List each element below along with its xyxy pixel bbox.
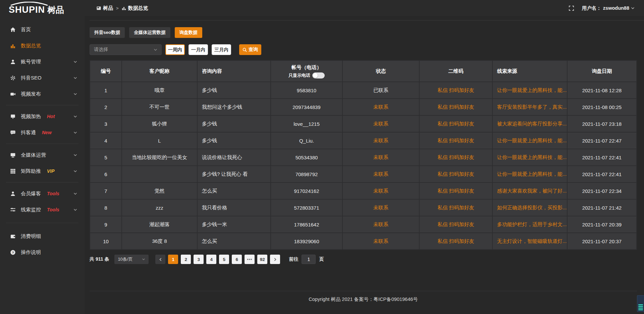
tools-badge: Tools	[47, 191, 59, 196]
status-badge: 未联系	[342, 149, 419, 166]
qrcode-links[interactable]: 私信 扫码加好友	[419, 216, 492, 233]
cell-nickname: 不可一世	[122, 99, 197, 115]
source-link[interactable]: 如何正确选择投影仪，买投影...	[492, 199, 567, 216]
main-content: 抖音seo数据 全媒体运营数据 询盘数据 请选择 一周内 一月内 三月内 查询	[85, 16, 644, 314]
col-nickname: 客户昵称	[122, 60, 197, 82]
goto-page-input[interactable]	[302, 255, 316, 264]
sidebar-item-douketong[interactable]: 抖客通 New	[0, 124, 85, 141]
cell-nickname: L	[122, 132, 197, 149]
goto-label: 前往	[289, 256, 298, 262]
fullscreen-icon[interactable]	[569, 6, 574, 11]
cell-no: 8	[90, 199, 122, 216]
page-button-1[interactable]: 1	[168, 255, 178, 264]
qrcode-links[interactable]: 私信 扫码加好友	[419, 115, 492, 132]
logo-area: SHUPIN 树品	[0, 0, 85, 16]
table-row: 4 L 多少钱 Q_Liu. 未联系 私信 扫码加好友 让你一眼就爱上的黑科技，…	[90, 132, 637, 149]
sidebar-item-douyin-seo[interactable]: 抖音SEO	[0, 70, 85, 86]
brand-logo[interactable]: SHUPIN 树品	[9, 2, 64, 14]
prev-page-button[interactable]	[155, 255, 165, 264]
sidebar-item-data-overview[interactable]: 数据总览	[0, 38, 85, 54]
source-link[interactable]: 让你一眼就爱上的黑科技，能...	[492, 82, 567, 99]
chat-bubble-icon	[10, 130, 16, 136]
sidebar-item-video-heat[interactable]: 视频加热 Hot	[0, 108, 85, 124]
user-menu[interactable]: 用户名： zswodun88	[582, 5, 635, 11]
source-link[interactable]: 让你一眼就爱上的黑科技，能...	[492, 166, 567, 182]
sidebar-item-matrix-boost[interactable]: 矩阵助推 VIP	[0, 163, 85, 179]
cell-nickname: 潮起潮落	[122, 216, 197, 233]
copyright-text: Copyright 树品 2021 备案号：粤ICP备09019646号	[309, 297, 418, 302]
breadcrumb-separator: >	[116, 6, 119, 11]
source-link[interactable]: 让你一眼就爱上的黑科技，能...	[492, 132, 567, 149]
next-page-button[interactable]	[270, 255, 280, 264]
sidebar-divider	[6, 105, 78, 105]
range-month-button[interactable]: 一月内	[189, 44, 208, 55]
source-link[interactable]: 被大家追着问的客厅投影分享...	[492, 115, 567, 132]
source-link[interactable]: 无主灯设计，智能磁吸轨道灯...	[492, 233, 567, 250]
source-link[interactable]: 多功能护栏灯，适用于乡村文...	[492, 216, 567, 233]
sidebar-item-member-burst[interactable]: 会员爆客 Tools	[0, 186, 85, 202]
page-size-select[interactable]: 10条/页	[114, 255, 149, 264]
page-button-6[interactable]: 6	[232, 255, 242, 264]
qrcode-links[interactable]: 私信 扫码加好友	[419, 149, 492, 166]
qrcode-links[interactable]: 私信 扫码加好友	[419, 233, 492, 250]
page-button-5[interactable]: 5	[219, 255, 229, 264]
cell-account: 2097344839	[271, 99, 342, 115]
sidebar-item-label: 抖客通	[21, 129, 36, 136]
breadcrumb-home[interactable]: 树品	[97, 5, 113, 11]
qrcode-links[interactable]: 私信 扫码加好友	[419, 82, 492, 99]
table-row: 6 多少钱? 让我死心 看 70898792 未联系 私信 扫码加好友 让你一眼…	[90, 166, 637, 182]
logo-text-en: SHUPIN	[9, 5, 45, 14]
status-badge: 未联系	[342, 99, 419, 115]
chevron-down-icon	[73, 93, 77, 95]
logo-text-cn: 树品	[47, 5, 64, 14]
topbar-right: 用户名： zswodun88	[569, 5, 635, 11]
wallet-icon	[10, 233, 16, 239]
range-week-button[interactable]: 一周内	[165, 44, 185, 55]
sidebar-item-video-publish[interactable]: 视频发布	[0, 86, 85, 102]
sidebar-divider	[6, 223, 78, 223]
cell-date: 2021-11-07 22:47	[567, 132, 637, 149]
search-button[interactable]: 查询	[239, 44, 261, 55]
breadcrumb-current[interactable]: 数据总览	[122, 5, 148, 11]
sidebar-item-account-mgmt[interactable]: 账号管理	[0, 54, 85, 70]
account-select[interactable]: 请选择	[90, 44, 162, 55]
cell-nickname: 36度 8	[122, 233, 197, 250]
page-button-3[interactable]: 3	[194, 255, 204, 264]
source-link[interactable]: 客厅安装投影半年多了，真实...	[492, 99, 567, 115]
tab-douyin-seo-data[interactable]: 抖音seo数据	[90, 27, 125, 38]
qrcode-links[interactable]: 私信 扫码加好友	[419, 166, 492, 182]
floating-widget[interactable]	[637, 295, 644, 312]
chevron-down-icon	[154, 49, 157, 51]
qrcode-links[interactable]: 私信 扫码加好友	[419, 199, 492, 216]
page-button-4[interactable]: 4	[206, 255, 216, 264]
range-quarter-button[interactable]: 三月内	[212, 44, 231, 55]
source-link[interactable]: 感谢大家喜欢我家，被问了好...	[492, 182, 567, 199]
sidebar-item-spend-details[interactable]: 消费明细	[0, 228, 85, 244]
cell-no: 4	[90, 132, 122, 149]
cell-nickname: 狐小狸	[122, 115, 197, 132]
chevron-down-icon	[73, 193, 77, 195]
page-button-2[interactable]: 2	[181, 255, 191, 264]
qrcode-links[interactable]: 私信 扫码加好友	[419, 132, 492, 149]
phone-only-toggle[interactable]	[312, 72, 325, 78]
source-link[interactable]: 让你一眼就爱上的黑科技，能...	[492, 149, 567, 166]
chevron-down-icon	[631, 7, 635, 9]
cell-content: 我想问这个多少钱	[197, 99, 271, 115]
qrcode-links[interactable]: 私信 扫码加好友	[419, 99, 492, 115]
cell-no: 10	[90, 233, 122, 250]
more-pages-button[interactable]: •••	[245, 255, 255, 264]
sidebar-item-instructions[interactable]: ? 操作说明	[0, 244, 85, 260]
chevron-down-icon	[73, 132, 77, 134]
page-button-last[interactable]: 92	[257, 255, 267, 264]
sidebar-item-lead-monitor[interactable]: 线索监控 Tools	[0, 202, 85, 218]
sidebar-item-label: 操作说明	[21, 249, 41, 256]
sidebar-item-home[interactable]: 首页	[0, 21, 85, 38]
sidebar-item-omnimedia[interactable]: 全媒体运营	[0, 147, 85, 163]
grid-icon	[10, 168, 16, 174]
sidebar-item-label: 消费明细	[21, 233, 41, 240]
qrcode-links[interactable]: 私信 扫码加好友	[419, 182, 492, 199]
cell-content: 多少钱	[197, 132, 271, 149]
app-window-icon	[97, 6, 101, 10]
tab-inquiry-data[interactable]: 询盘数据	[175, 27, 202, 38]
tab-omnimedia-data[interactable]: 全媒体运营数据	[129, 27, 170, 38]
